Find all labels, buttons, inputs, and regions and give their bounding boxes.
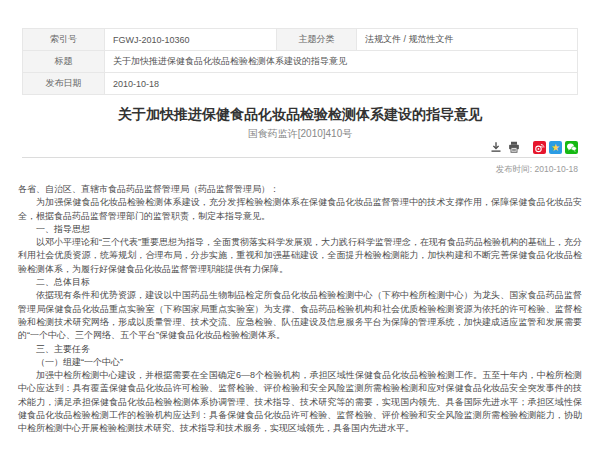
section-heading-3: 三、主要任务: [18, 343, 582, 356]
document-page: { "meta": { "index_label": "索引号", "index…: [0, 0, 600, 450]
salutation-line: 各省、自治区、直辖市食品药品监督管理局（药品监督管理局）：: [18, 183, 582, 196]
download-icon[interactable]: [489, 141, 503, 154]
document-body: 各省、自治区、直辖市食品药品监督管理局（药品监督管理局）： 为加强保健食品化妆品…: [18, 183, 582, 436]
title-value: 关于加快推进保健食品化妆品检验检测体系建设的指导意见: [105, 51, 578, 73]
weibo-share-icon[interactable]: [533, 141, 546, 154]
index-label: 索引号: [23, 29, 105, 51]
index-value: FGWJ-2010-10360: [105, 29, 277, 51]
intro-paragraph: 为加强保健食品化妆品检验检测体系建设，充分发挥检验检测体系在保健食品化妆品监督管…: [18, 196, 582, 223]
document-meta-table: 索引号 FGWJ-2010-10360 主题分类 法规文件 / 规范性文件 标题…: [22, 28, 578, 95]
page-title: 关于加快推进保健食品化妆品检验检测体系建设的指导意见: [0, 105, 600, 123]
section-1-paragraph: 以邓小平理论和“三个代表”重要思想为指导，全面贯彻落实科学发展观，大力践行科学监…: [18, 236, 582, 276]
category-label: 主题分类: [277, 29, 357, 51]
qzone-share-icon[interactable]: ★: [549, 141, 562, 154]
subsection-heading: （一）组建“一个中心”: [18, 356, 582, 369]
meta-row-title: 标题 关于加快推进保健食品化妆品检验检测体系建设的指导意见: [23, 51, 578, 73]
toolbar: ★: [22, 140, 578, 154]
toolbar-divider: ★: [22, 140, 578, 158]
section-heading-2: 二、总体目标: [18, 276, 582, 289]
wechat-share-icon[interactable]: [565, 141, 578, 154]
title-label: 标题: [23, 51, 105, 73]
section-heading-1: 一、指导思想: [18, 223, 582, 236]
share-buttons: ★: [533, 141, 578, 154]
section-2-paragraph: 依据现有条件和优势资源，建设以中国药品生物制品检定所食品化妆品检验检测中心（下称…: [18, 289, 582, 342]
print-icon[interactable]: [507, 141, 521, 154]
document-number: 国食药监许[2010]410号: [0, 127, 600, 140]
date-label: 发布日期: [23, 73, 105, 95]
category-value: 法规文件 / 规范性文件: [357, 29, 578, 51]
meta-row-date: 发布日期 2010-10-18: [23, 73, 578, 95]
meta-row-index: 索引号 FGWJ-2010-10360 主题分类 法规文件 / 规范性文件: [23, 29, 578, 51]
publish-time: 发布时间: 2010-10-18: [0, 164, 600, 175]
date-value: 2010-10-18: [105, 73, 578, 95]
section-3-paragraph: 加强中检所检测中心建设，并根据需要在全国确定6—8个检验机构，承担区域性保健食品…: [18, 369, 582, 435]
